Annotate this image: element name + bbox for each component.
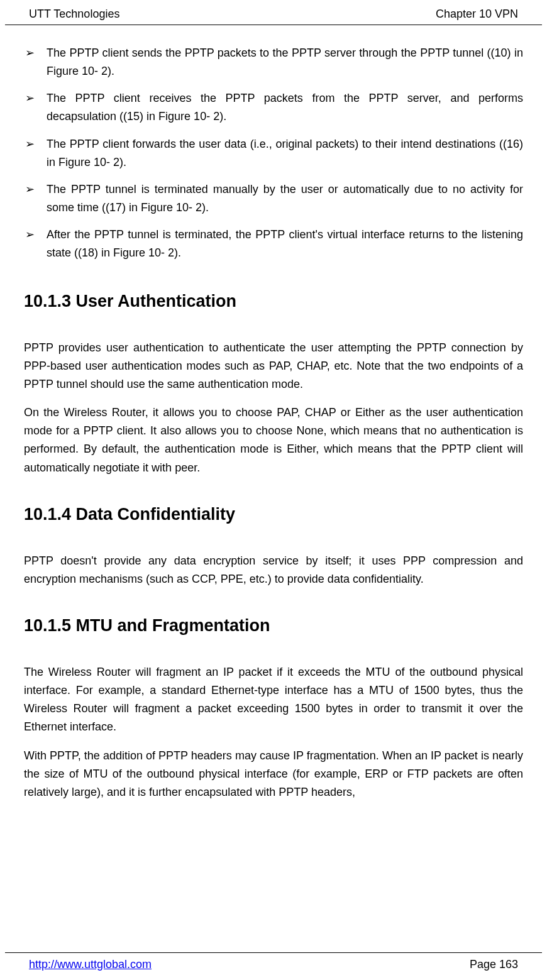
page-number: Page 163 — [470, 958, 518, 971]
bullet-icon: ➢ — [24, 180, 47, 217]
bullet-text: The PPTP client receives the PPTP packet… — [47, 89, 523, 126]
paragraph: With PPTP, the addition of PPTP headers … — [24, 747, 523, 801]
paragraph: On the Wireless Router, it allows you to… — [24, 404, 523, 477]
list-item: ➢ The PPTP client receives the PPTP pack… — [24, 89, 523, 126]
header-left: UTT Technologies — [29, 8, 119, 21]
section-heading: 10.1.3 User Authentication — [24, 292, 523, 311]
page-content: ➢ The PPTP client sends the PPTP packets… — [0, 25, 547, 801]
header-right: Chapter 10 VPN — [436, 8, 518, 21]
list-item: ➢ After the PPTP tunnel is terminated, t… — [24, 226, 523, 262]
section-heading: 10.1.5 MTU and Fragmentation — [24, 616, 523, 636]
list-item: ➢ The PPTP tunnel is terminated manually… — [24, 180, 523, 217]
paragraph: PPTP doesn't provide any data encryption… — [24, 552, 523, 588]
bullet-text: After the PPTP tunnel is terminated, the… — [47, 226, 523, 262]
paragraph: The Wireless Router will fragment an IP … — [24, 663, 523, 737]
bullet-icon: ➢ — [24, 226, 47, 262]
list-item: ➢ The PPTP client sends the PPTP packets… — [24, 44, 523, 80]
list-item: ➢ The PPTP client forwards the user data… — [24, 135, 523, 172]
paragraph: PPTP provides user authentication to aut… — [24, 339, 523, 394]
page-header: UTT Technologies Chapter 10 VPN — [5, 0, 542, 25]
bullet-icon: ➢ — [24, 135, 47, 172]
section-heading: 10.1.4 Data Confidentiality — [24, 505, 523, 524]
footer-link[interactable]: http://www.uttglobal.com — [29, 958, 152, 971]
bullet-icon: ➢ — [24, 44, 47, 80]
page-footer: http://www.uttglobal.com Page 163 — [5, 952, 542, 980]
bullet-text: The PPTP tunnel is terminated manually b… — [47, 180, 523, 217]
bullet-list: ➢ The PPTP client sends the PPTP packets… — [24, 44, 523, 263]
bullet-text: The PPTP client forwards the user data (… — [47, 135, 523, 172]
bullet-icon: ➢ — [24, 89, 47, 126]
bullet-text: The PPTP client sends the PPTP packets t… — [47, 44, 523, 80]
